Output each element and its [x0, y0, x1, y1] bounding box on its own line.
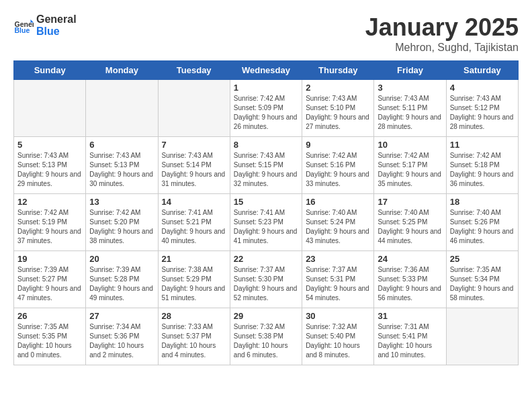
- cell-details: Sunrise: 7:41 AMSunset: 5:21 PMDaylight:…: [162, 208, 226, 246]
- calendar-cell: 11Sunrise: 7:42 AMSunset: 5:18 PMDayligh…: [446, 137, 518, 194]
- calendar-cell: 28Sunrise: 7:33 AMSunset: 5:37 PMDayligh…: [158, 308, 230, 365]
- calendar-cell: 23Sunrise: 7:37 AMSunset: 5:31 PMDayligh…: [302, 251, 374, 308]
- cell-details: Sunrise: 7:42 AMSunset: 5:20 PMDaylight:…: [89, 208, 154, 246]
- calendar-cell: 19Sunrise: 7:39 AMSunset: 5:27 PMDayligh…: [14, 251, 86, 308]
- day-number: 14: [162, 197, 226, 207]
- calendar-cell: 6Sunrise: 7:43 AMSunset: 5:13 PMDaylight…: [86, 137, 158, 194]
- calendar-cell: 8Sunrise: 7:43 AMSunset: 5:15 PMDaylight…: [230, 137, 302, 194]
- calendar-cell: 16Sunrise: 7:40 AMSunset: 5:24 PMDayligh…: [302, 194, 374, 251]
- day-number: 3: [378, 83, 442, 93]
- cell-details: Sunrise: 7:38 AMSunset: 5:29 PMDaylight:…: [162, 265, 226, 303]
- day-number: 8: [234, 140, 298, 150]
- calendar-cell: 17Sunrise: 7:40 AMSunset: 5:25 PMDayligh…: [374, 194, 446, 251]
- day-number: 18: [450, 197, 515, 207]
- calendar-cell: 15Sunrise: 7:41 AMSunset: 5:23 PMDayligh…: [230, 194, 302, 251]
- calendar-cell: 25Sunrise: 7:35 AMSunset: 5:34 PMDayligh…: [446, 251, 518, 308]
- cell-details: Sunrise: 7:37 AMSunset: 5:31 PMDaylight:…: [306, 265, 370, 303]
- cell-details: Sunrise: 7:39 AMSunset: 5:28 PMDaylight:…: [89, 265, 154, 303]
- cell-details: Sunrise: 7:40 AMSunset: 5:26 PMDaylight:…: [450, 208, 515, 246]
- calendar-cell: 30Sunrise: 7:32 AMSunset: 5:40 PMDayligh…: [302, 308, 374, 365]
- calendar-cell: [446, 308, 518, 365]
- cell-details: Sunrise: 7:43 AMSunset: 5:10 PMDaylight:…: [306, 94, 370, 132]
- weekday-header-tuesday: Tuesday: [158, 61, 230, 80]
- cell-details: Sunrise: 7:43 AMSunset: 5:11 PMDaylight:…: [378, 94, 442, 132]
- cell-details: Sunrise: 7:41 AMSunset: 5:23 PMDaylight:…: [234, 208, 298, 246]
- cell-details: Sunrise: 7:43 AMSunset: 5:14 PMDaylight:…: [162, 151, 226, 189]
- day-number: 10: [378, 140, 442, 150]
- calendar-cell: 31Sunrise: 7:31 AMSunset: 5:41 PMDayligh…: [374, 308, 446, 365]
- day-number: 22: [234, 254, 298, 264]
- cell-details: Sunrise: 7:42 AMSunset: 5:18 PMDaylight:…: [450, 151, 515, 189]
- calendar-cell: 10Sunrise: 7:42 AMSunset: 5:17 PMDayligh…: [374, 137, 446, 194]
- cell-details: Sunrise: 7:34 AMSunset: 5:36 PMDaylight:…: [89, 322, 154, 360]
- calendar-cell: [158, 80, 230, 137]
- cell-details: Sunrise: 7:35 AMSunset: 5:35 PMDaylight:…: [17, 322, 82, 360]
- day-number: 5: [17, 140, 82, 150]
- cell-details: Sunrise: 7:43 AMSunset: 5:13 PMDaylight:…: [17, 151, 82, 189]
- cell-details: Sunrise: 7:42 AMSunset: 5:17 PMDaylight:…: [378, 151, 442, 189]
- calendar-cell: [86, 80, 158, 137]
- cell-details: Sunrise: 7:39 AMSunset: 5:27 PMDaylight:…: [17, 265, 82, 303]
- cell-details: Sunrise: 7:43 AMSunset: 5:12 PMDaylight:…: [450, 94, 515, 132]
- day-number: 21: [162, 254, 226, 264]
- day-number: 27: [89, 311, 154, 321]
- calendar-cell: 29Sunrise: 7:32 AMSunset: 5:38 PMDayligh…: [230, 308, 302, 365]
- day-number: 23: [306, 254, 370, 264]
- calendar-cell: 7Sunrise: 7:43 AMSunset: 5:14 PMDaylight…: [158, 137, 230, 194]
- cell-details: Sunrise: 7:32 AMSunset: 5:38 PMDaylight:…: [234, 322, 298, 360]
- calendar-cell: 18Sunrise: 7:40 AMSunset: 5:26 PMDayligh…: [446, 194, 518, 251]
- day-number: 25: [450, 254, 515, 264]
- weekday-header-thursday: Thursday: [302, 61, 374, 80]
- day-number: 28: [162, 311, 226, 321]
- day-number: 6: [89, 140, 154, 150]
- day-number: 24: [378, 254, 442, 264]
- title-area: January 2025 Mehron, Sughd, Tajikistan: [365, 13, 519, 54]
- calendar-cell: 21Sunrise: 7:38 AMSunset: 5:29 PMDayligh…: [158, 251, 230, 308]
- calendar-cell: [14, 80, 86, 137]
- day-number: 20: [89, 254, 154, 264]
- cell-details: Sunrise: 7:43 AMSunset: 5:15 PMDaylight:…: [234, 151, 298, 189]
- calendar-cell: 13Sunrise: 7:42 AMSunset: 5:20 PMDayligh…: [86, 194, 158, 251]
- day-number: 4: [450, 83, 515, 93]
- cell-details: Sunrise: 7:33 AMSunset: 5:37 PMDaylight:…: [162, 322, 226, 360]
- day-number: 1: [234, 83, 298, 93]
- day-number: 7: [162, 140, 226, 150]
- day-number: 11: [450, 140, 515, 150]
- day-number: 26: [17, 311, 82, 321]
- cell-details: Sunrise: 7:40 AMSunset: 5:25 PMDaylight:…: [378, 208, 442, 246]
- weekday-header-monday: Monday: [86, 61, 158, 80]
- cell-details: Sunrise: 7:32 AMSunset: 5:40 PMDaylight:…: [306, 322, 370, 360]
- day-number: 15: [234, 197, 298, 207]
- cell-details: Sunrise: 7:42 AMSunset: 5:19 PMDaylight:…: [17, 208, 82, 246]
- calendar-table: SundayMondayTuesdayWednesdayThursdayFrid…: [13, 60, 519, 365]
- cell-details: Sunrise: 7:43 AMSunset: 5:13 PMDaylight:…: [89, 151, 154, 189]
- day-number: 12: [17, 197, 82, 207]
- header: General Blue General Blue January 2025 M…: [13, 13, 519, 54]
- day-number: 31: [378, 311, 442, 321]
- cell-details: Sunrise: 7:36 AMSunset: 5:33 PMDaylight:…: [378, 265, 442, 303]
- svg-text:Blue: Blue: [15, 26, 30, 34]
- calendar-cell: 2Sunrise: 7:43 AMSunset: 5:10 PMDaylight…: [302, 80, 374, 137]
- calendar-cell: 26Sunrise: 7:35 AMSunset: 5:35 PMDayligh…: [14, 308, 86, 365]
- logo: General Blue General Blue: [13, 13, 77, 37]
- cell-details: Sunrise: 7:42 AMSunset: 5:16 PMDaylight:…: [306, 151, 370, 189]
- weekday-header-sunday: Sunday: [14, 61, 86, 80]
- calendar-cell: 27Sunrise: 7:34 AMSunset: 5:36 PMDayligh…: [86, 308, 158, 365]
- calendar-cell: 1Sunrise: 7:42 AMSunset: 5:09 PMDaylight…: [230, 80, 302, 137]
- day-number: 30: [306, 311, 370, 321]
- calendar-cell: 4Sunrise: 7:43 AMSunset: 5:12 PMDaylight…: [446, 80, 518, 137]
- day-number: 17: [378, 197, 442, 207]
- cell-details: Sunrise: 7:31 AMSunset: 5:41 PMDaylight:…: [378, 322, 442, 360]
- calendar-subtitle: Mehron, Sughd, Tajikistan: [365, 42, 519, 54]
- weekday-header-friday: Friday: [374, 61, 446, 80]
- day-number: 19: [17, 254, 82, 264]
- weekday-header-saturday: Saturday: [446, 61, 518, 80]
- cell-details: Sunrise: 7:35 AMSunset: 5:34 PMDaylight:…: [450, 265, 515, 303]
- calendar-cell: 9Sunrise: 7:42 AMSunset: 5:16 PMDaylight…: [302, 137, 374, 194]
- day-number: 9: [306, 140, 370, 150]
- day-number: 29: [234, 311, 298, 321]
- logo-icon: General Blue: [13, 15, 34, 36]
- day-number: 2: [306, 83, 370, 93]
- day-number: 13: [89, 197, 154, 207]
- day-number: 16: [306, 197, 370, 207]
